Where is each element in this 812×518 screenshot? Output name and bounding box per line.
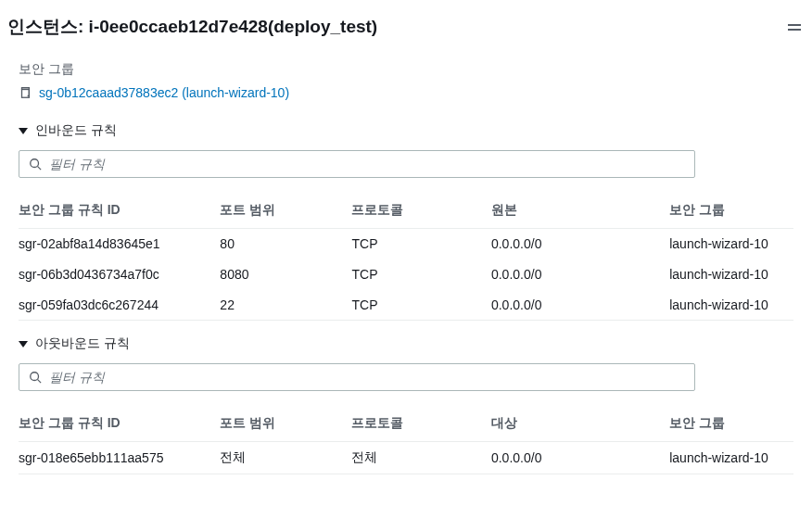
rule-protocol: TCP xyxy=(351,259,490,290)
rule-dest: 0.0.0.0/0 xyxy=(491,442,669,474)
rule-sg: launch-wizard-10 xyxy=(669,290,793,321)
security-group-link[interactable]: sg-0b12caaad37883ec2 (launch-wizard-10) xyxy=(39,85,289,100)
outbound-rules-table: 보안 그룹 규칙 ID 포트 범위 프로토콜 대상 보안 그룹 sgr-018e… xyxy=(19,406,793,474)
rule-port: 전체 xyxy=(220,442,351,474)
inbound-col-id: 보안 그룹 규칙 ID xyxy=(19,193,220,229)
search-icon xyxy=(29,371,42,384)
outbound-col-sg: 보안 그룹 xyxy=(669,406,793,442)
rule-protocol: TCP xyxy=(351,290,490,321)
rule-id: sgr-018e65ebb111aa575 xyxy=(19,442,220,474)
svg-point-1 xyxy=(31,159,39,168)
chevron-down-icon xyxy=(19,128,28,134)
page-title: 인스턴스: i-0ee0ccaeb12d7e428(deploy_test) xyxy=(7,15,377,39)
search-icon xyxy=(29,158,42,171)
rule-id: sgr-06b3d0436734a7f0c xyxy=(19,259,220,290)
rule-port: 8080 xyxy=(220,259,351,290)
inbound-col-protocol: 프로토콜 xyxy=(351,193,490,229)
inbound-rules-toggle[interactable]: 인바운드 규칙 xyxy=(19,122,793,139)
outbound-rules-title: 아웃바운드 규칙 xyxy=(35,335,130,352)
rule-source: 0.0.0.0/0 xyxy=(491,229,669,259)
outbound-col-port: 포트 범위 xyxy=(220,406,351,442)
inbound-col-sg: 보안 그룹 xyxy=(669,193,793,229)
rule-id: sgr-059fa03dc6c267244 xyxy=(19,290,220,321)
table-row: sgr-059fa03dc6c267244 22 TCP 0.0.0.0/0 l… xyxy=(19,290,793,321)
table-row: sgr-06b3d0436734a7f0c 8080 TCP 0.0.0.0/0… xyxy=(19,259,793,290)
rule-sg: launch-wizard-10 xyxy=(669,229,793,259)
inbound-rules-title: 인바운드 규칙 xyxy=(35,122,117,139)
inbound-col-port: 포트 범위 xyxy=(220,193,351,229)
outbound-filter-box[interactable] xyxy=(19,363,695,391)
rule-port: 80 xyxy=(220,229,351,259)
rule-sg: launch-wizard-10 xyxy=(669,259,793,290)
table-row: sgr-018e65ebb111aa575 전체 전체 0.0.0.0/0 la… xyxy=(19,442,793,474)
rule-protocol: 전체 xyxy=(351,442,490,474)
rule-source: 0.0.0.0/0 xyxy=(491,259,669,290)
rule-sg: launch-wizard-10 xyxy=(669,442,793,474)
outbound-filter-input[interactable] xyxy=(49,370,685,385)
table-row: sgr-02abf8a14d83645e1 80 TCP 0.0.0.0/0 l… xyxy=(19,229,793,259)
inbound-rules-table: 보안 그룹 규칙 ID 포트 범위 프로토콜 원본 보안 그룹 sgr-02ab… xyxy=(19,193,793,321)
rule-source: 0.0.0.0/0 xyxy=(491,290,669,321)
svg-point-3 xyxy=(31,373,39,381)
security-group-label: 보안 그룹 xyxy=(19,61,793,78)
outbound-rules-toggle[interactable]: 아웃바운드 규칙 xyxy=(19,335,793,352)
svg-line-2 xyxy=(38,167,42,171)
copy-icon[interactable] xyxy=(19,86,32,99)
inbound-col-source: 원본 xyxy=(491,193,669,229)
rule-protocol: TCP xyxy=(351,229,490,259)
outbound-col-id: 보안 그룹 규칙 ID xyxy=(19,406,220,442)
inbound-filter-input[interactable] xyxy=(49,157,685,171)
svg-line-4 xyxy=(38,380,42,384)
outbound-col-protocol: 프로토콜 xyxy=(351,406,490,442)
chevron-down-icon xyxy=(19,341,28,347)
menu-icon[interactable] xyxy=(784,20,805,34)
rule-port: 22 xyxy=(220,290,351,321)
outbound-col-dest: 대상 xyxy=(491,406,669,442)
inbound-filter-box[interactable] xyxy=(19,150,695,178)
rule-id: sgr-02abf8a14d83645e1 xyxy=(19,229,220,259)
